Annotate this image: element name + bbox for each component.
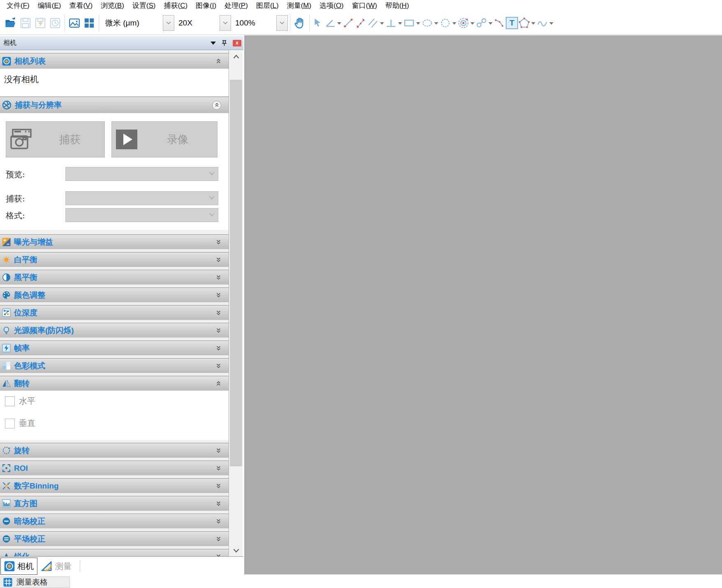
angle-tool-icon[interactable] xyxy=(324,14,336,32)
thumbnail-grid-icon[interactable] xyxy=(82,14,97,32)
menu-item-F[interactable]: 文件(F) xyxy=(2,0,34,12)
expand-icon[interactable] xyxy=(216,448,221,453)
panel-scrollbar[interactable] xyxy=(229,51,243,556)
circle-tool-dropdown[interactable] xyxy=(451,14,457,32)
polygon-tool-icon[interactable] xyxy=(518,14,530,32)
circle-tool-icon[interactable] xyxy=(439,14,451,32)
arc-tool-icon[interactable] xyxy=(493,14,506,32)
section-header-flat-field[interactable]: 平场校正 xyxy=(0,531,229,546)
magnification-select[interactable]: 20X xyxy=(174,15,231,31)
concentric-circles-tool-icon[interactable] xyxy=(457,14,470,32)
expand-icon[interactable] xyxy=(216,465,221,471)
menu-item-L[interactable]: 图层(L) xyxy=(252,0,283,12)
tab-camera[interactable]: 相机 xyxy=(0,558,37,575)
close-panel-button[interactable]: x xyxy=(233,40,241,46)
expand-icon[interactable] xyxy=(216,292,221,298)
ellipse-tool-dropdown[interactable] xyxy=(433,14,439,32)
panel-menu-arrow-icon[interactable] xyxy=(211,42,216,45)
expand-icon[interactable] xyxy=(216,257,221,262)
section-header-light-frequency[interactable]: 光源频率(防闪烁) xyxy=(0,323,229,338)
section-header-color-mode[interactable]: 色彩模式 xyxy=(0,358,229,373)
text-tool-icon[interactable]: T xyxy=(506,17,518,29)
scroll-up-button[interactable] xyxy=(229,51,243,63)
tab-measure[interactable]: 测量 xyxy=(38,558,75,575)
unit-select[interactable]: 微米 (μm) xyxy=(101,15,174,31)
collapse-icon[interactable] xyxy=(216,58,221,64)
section-header-black-balance[interactable]: 黑平衡 xyxy=(0,270,229,285)
section-header-histogram[interactable]: 直方图 xyxy=(0,496,229,511)
section-header-digital-binning[interactable]: 数字Binning xyxy=(0,478,229,493)
expand-icon[interactable] xyxy=(216,239,221,245)
pan-tool-icon[interactable] xyxy=(292,14,307,32)
rectangle-tool-icon[interactable] xyxy=(403,14,415,32)
collapse-icon[interactable] xyxy=(212,101,221,110)
perpendicular-tool-icon[interactable] xyxy=(385,14,397,32)
section-header-camera-list[interactable]: 相机列表 xyxy=(0,53,229,69)
section-header-dark-field[interactable]: 暗场校正 xyxy=(0,514,229,528)
save-icon[interactable] xyxy=(18,14,33,32)
rectangle-tool-dropdown[interactable] xyxy=(415,14,421,32)
section-header-flip[interactable]: 翻转 xyxy=(0,376,229,391)
menu-item-W[interactable]: 窗口(W) xyxy=(348,0,381,12)
expand-icon[interactable] xyxy=(216,275,221,280)
section-header-frame-rate[interactable]: 帧率 xyxy=(0,340,229,355)
expand-icon[interactable] xyxy=(216,345,221,351)
ellipse-tool-icon[interactable] xyxy=(421,14,433,32)
curve-tool-dropdown[interactable] xyxy=(548,14,554,32)
annulus-tool-icon[interactable] xyxy=(475,14,488,32)
menu-item-S[interactable]: 设置(S) xyxy=(128,0,160,12)
concentric-circles-tool-dropdown[interactable] xyxy=(470,14,475,32)
line-tool-icon[interactable] xyxy=(342,14,354,32)
menu-item-C[interactable]: 捕获(C) xyxy=(160,0,192,12)
browse-images-icon[interactable] xyxy=(67,14,82,32)
expand-icon[interactable] xyxy=(216,483,221,488)
scroll-down-button[interactable] xyxy=(229,545,243,556)
section-header-white-balance[interactable]: 白平衡 xyxy=(0,252,229,267)
expand-icon[interactable] xyxy=(216,501,221,506)
measurement-table-tab[interactable]: 测量表格 xyxy=(0,576,70,588)
time-lapse-icon[interactable] xyxy=(48,14,62,32)
annulus-tool-dropdown[interactable] xyxy=(488,14,493,32)
zoom-select[interactable]: 100% xyxy=(231,15,288,31)
format-select[interactable] xyxy=(65,208,218,222)
preview-select[interactable] xyxy=(65,167,218,181)
pin-icon[interactable] xyxy=(222,40,227,46)
section-header-color-adjustment[interactable]: 颜色调整 xyxy=(0,287,229,302)
menu-item-I[interactable]: 图像(I) xyxy=(192,0,220,12)
capture-res-select[interactable] xyxy=(65,191,218,205)
section-header-roi[interactable]: ROI xyxy=(0,461,229,475)
section-header-capture-resolution[interactable]: 捕获与分辨率 xyxy=(0,97,229,113)
menu-item-H[interactable]: 帮助(H) xyxy=(381,0,413,12)
magnification-dropdown-button[interactable] xyxy=(220,15,231,31)
expand-icon[interactable] xyxy=(216,363,221,368)
curve-tool-icon[interactable] xyxy=(536,14,548,32)
menu-item-P[interactable]: 处理(P) xyxy=(220,0,252,12)
polygon-tool-dropdown[interactable] xyxy=(530,14,536,32)
batch-save-icon[interactable] xyxy=(33,14,48,32)
unit-dropdown-button[interactable] xyxy=(163,15,174,31)
vertical-flip-checkbox[interactable] xyxy=(5,419,15,428)
menu-item-B[interactable]: 浏览(B) xyxy=(97,0,128,12)
open-file-icon[interactable] xyxy=(3,14,18,32)
menu-item-M[interactable]: 测量(M) xyxy=(283,0,316,12)
section-header-bit-depth[interactable]: 位深度 xyxy=(0,305,229,320)
capture-button[interactable]: 捕获 xyxy=(6,121,105,157)
expand-icon[interactable] xyxy=(216,310,221,315)
parallel-tool-icon[interactable] xyxy=(367,14,379,32)
scrollbar-thumb[interactable] xyxy=(230,80,242,466)
expand-icon[interactable] xyxy=(216,536,221,542)
expand-icon[interactable] xyxy=(216,519,221,524)
zoom-dropdown-button[interactable] xyxy=(276,15,288,31)
menu-item-E[interactable]: 编辑(E) xyxy=(34,0,65,12)
collapse-icon[interactable] xyxy=(216,381,221,386)
menu-item-O[interactable]: 选项(O) xyxy=(315,0,348,12)
section-header-exposure-gain[interactable]: 曝光与增益 xyxy=(0,234,229,249)
select-tool-icon[interactable] xyxy=(312,14,324,32)
angle-tool-dropdown[interactable] xyxy=(336,14,342,32)
parallel-tool-dropdown[interactable] xyxy=(379,14,385,32)
expand-icon[interactable] xyxy=(216,328,221,333)
scale-bar-tool-icon[interactable] xyxy=(354,14,367,32)
horizontal-flip-checkbox[interactable] xyxy=(5,396,15,406)
section-header-rotate[interactable]: 旋转 xyxy=(0,443,229,458)
menu-item-V[interactable]: 查看(V) xyxy=(65,0,97,12)
